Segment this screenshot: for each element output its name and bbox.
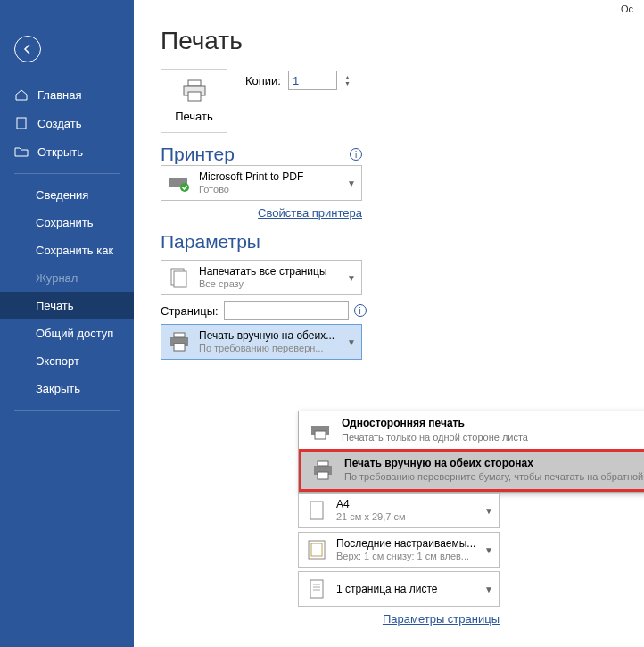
svg-rect-9 [174, 333, 185, 337]
popup-sub: Печатать только на одной стороне листа [342, 431, 528, 444]
print-button[interactable]: Печать [161, 69, 227, 133]
dd-main: 1 страница на листе [336, 583, 437, 596]
dd-main: Напечатать все страницы [199, 265, 327, 278]
chevron-down-icon: ▼ [484, 585, 493, 594]
parameters-heading: Параметры [161, 231, 644, 253]
sidebar-item-export[interactable]: Экспорт [0, 347, 134, 375]
spinner-up-icon[interactable]: ▲ [344, 74, 351, 80]
duplex-dropdown-popup: Односторонняя печать Печатать только на … [298, 411, 644, 493]
printer-status-icon [167, 170, 192, 195]
svg-rect-12 [315, 431, 326, 439]
chevron-down-icon: ▼ [347, 178, 356, 188]
dd-sub: Верх: 1 см снизу: 1 см влев... [336, 551, 475, 563]
svg-rect-7 [174, 271, 186, 287]
margins-icon [304, 537, 329, 562]
svg-rect-19 [310, 580, 323, 598]
svg-rect-16 [310, 502, 323, 519]
printer-dropdown[interactable]: Microsoft Print to PDF Готово ▼ [161, 165, 362, 201]
sidebar-item-saveas[interactable]: Сохранить как [0, 236, 134, 264]
sidebar-label: Закрыть [36, 382, 80, 395]
sidebar-label: Сохранить [36, 216, 94, 229]
sidebar-item-close[interactable]: Закрыть [0, 375, 134, 402]
single-side-icon [308, 418, 333, 443]
sidebar-item-new[interactable]: Создать [0, 109, 134, 137]
sidebar-label: Сведения [36, 188, 88, 202]
duplex-manual-icon [310, 458, 335, 483]
paper-icon [304, 498, 329, 523]
folder-open-icon [14, 145, 29, 159]
sidebar-item-home[interactable]: Главная [0, 80, 134, 109]
paper-size-dropdown[interactable]: А4 21 см x 29,7 см ▼ [298, 493, 500, 528]
printer-properties-link[interactable]: Свойства принтера [258, 206, 362, 220]
sidebar-item-history[interactable]: Журнал [0, 264, 134, 292]
pages-per-sheet-dropdown[interactable]: 1 страница на листе ▼ [298, 571, 500, 607]
info-icon[interactable]: i [350, 148, 362, 161]
pages-icon [167, 265, 192, 290]
sidebar-item-save[interactable]: Сохранить [0, 209, 134, 236]
print-range-dropdown[interactable]: Напечатать все страницы Все сразу ▼ [161, 260, 362, 295]
printer-status: Готово [199, 184, 303, 196]
sidebar-item-open[interactable]: Открыть [0, 137, 134, 166]
sidebar-label: Печать [36, 299, 74, 312]
sidebar: Главная Создать Открыть Сведения Сохрани… [0, 0, 134, 647]
printer-icon [181, 79, 208, 103]
dd-main: Печать вручную на обеих... [199, 329, 334, 343]
pages-label: Страницы: [161, 304, 219, 318]
pages-input[interactable] [224, 301, 349, 320]
title-bar-fragment: Ос [621, 4, 633, 14]
info-icon[interactable]: i [354, 304, 367, 317]
duplex-option-manual-both[interactable]: Печать вручную на обеих сторонах По треб… [299, 449, 644, 492]
chevron-down-icon: ▼ [484, 506, 493, 516]
spinner-down-icon[interactable]: ▼ [344, 80, 351, 87]
chevron-down-icon: ▼ [347, 337, 356, 347]
dd-main: Последние настраиваемы... [336, 537, 475, 551]
arrow-left-icon [21, 42, 35, 56]
sidebar-label: Журнал [36, 271, 78, 285]
svg-rect-3 [188, 92, 201, 101]
popup-sub: По требованию переверните бумагу, чтобы … [344, 470, 644, 483]
printer-name: Microsoft Print to PDF [199, 170, 303, 184]
sidebar-label: Общий доступ [36, 327, 113, 340]
printer-heading: Принтер [161, 144, 235, 165]
sidebar-label: Создать [37, 117, 81, 130]
sidebar-label: Сохранить как [36, 244, 113, 257]
chevron-down-icon: ▼ [484, 545, 493, 555]
sidebar-label: Экспорт [36, 354, 79, 368]
popup-title: Односторонняя печать [342, 417, 528, 431]
svg-rect-14 [318, 461, 328, 466]
home-icon [14, 87, 29, 102]
print-button-label: Печать [175, 110, 213, 123]
document-icon [14, 116, 29, 130]
sidebar-label: Открыть [37, 145, 83, 159]
duplex-dropdown[interactable]: Печать вручную на обеих... По требованию… [161, 324, 362, 360]
chevron-down-icon: ▼ [347, 273, 356, 283]
page-parameters-link[interactable]: Параметры страницы [383, 612, 500, 626]
sidebar-label: Главная [37, 88, 81, 102]
copies-label: Копии: [245, 74, 281, 87]
dd-main: А4 [336, 498, 406, 511]
sidebar-item-share[interactable]: Общий доступ [0, 319, 134, 347]
popup-title: Печать вручную на обеих сторонах [344, 457, 644, 471]
svg-rect-10 [174, 344, 185, 351]
single-page-icon [304, 576, 329, 601]
svg-point-5 [180, 183, 189, 192]
sidebar-item-info[interactable]: Сведения [0, 181, 134, 209]
svg-rect-1 [188, 80, 201, 86]
copies-input[interactable] [288, 71, 337, 90]
dd-sub: 21 см x 29,7 см [336, 511, 406, 524]
dd-sub: Все сразу [199, 278, 327, 291]
duplex-option-single[interactable]: Односторонняя печать Печатать только на … [299, 411, 644, 449]
dd-sub: По требованию переверн... [199, 343, 334, 355]
margins-dropdown[interactable]: Последние настраиваемы... Верх: 1 см сни… [298, 532, 500, 568]
main-panel: Печать Печать Копии: ▲ ▼ Принтер i [134, 0, 644, 647]
page-title: Печать [161, 27, 644, 55]
duplex-printer-icon [167, 329, 192, 354]
back-button[interactable] [14, 36, 41, 62]
svg-rect-0 [17, 118, 26, 129]
svg-rect-15 [318, 472, 328, 479]
sidebar-item-print[interactable]: Печать [0, 292, 134, 319]
